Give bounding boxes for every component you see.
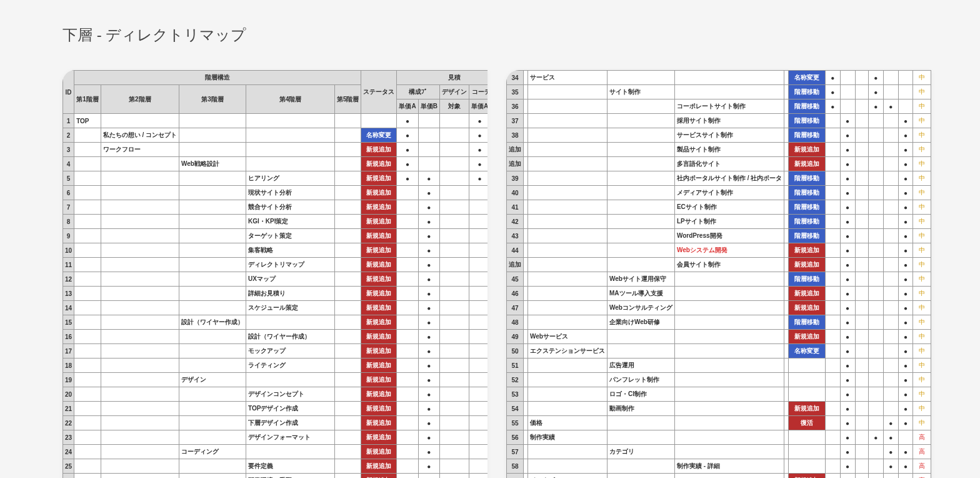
table-row: 19 デザイン 新規追加 ●● 中 [63, 373, 488, 387]
dot-cell [855, 416, 868, 430]
status-cell: 階層移動 [789, 315, 825, 330]
cell-lvl5 [334, 474, 361, 479]
dot-cell [855, 287, 868, 301]
dot-cell: ● [840, 258, 855, 272]
update-cell: 中 [913, 287, 931, 301]
dot-cell: ● [840, 373, 855, 387]
status-cell: 階層移動 [789, 186, 825, 200]
table-row: 38 サービスサイト制作 階層移動 ●● 中 [507, 128, 931, 143]
cell-lvl2 [528, 445, 608, 459]
table-row: 13 詳細お見積り 新規追加 ●● 中 [63, 287, 488, 301]
dot-cell: ● [840, 215, 855, 229]
status-cell: 新規追加 [361, 344, 397, 358]
dot-cell [397, 344, 418, 358]
dot-cell [469, 387, 488, 402]
cell-lvl1 [74, 186, 101, 200]
cell-lvl3 [608, 344, 675, 358]
dot-cell [855, 200, 868, 215]
header-lvl2: 第2階層 [101, 85, 179, 114]
cell-lvl5 [784, 373, 789, 387]
dot-cell [898, 430, 913, 445]
dot-cell: ● [840, 344, 855, 358]
status-cell: 新規追加 [361, 157, 397, 171]
cell-lvl5 [334, 186, 361, 200]
dot-cell: ● [883, 459, 898, 474]
dot-cell [883, 215, 898, 229]
table-row: 5 ヒアリング 新規追加 ●●●● 中 [63, 171, 488, 186]
table-row: 53 ロゴ・CI制作 ●● 中 [507, 387, 931, 402]
dot-cell [868, 171, 883, 186]
cell-lvl2 [528, 143, 608, 157]
dot-cell: ● [898, 474, 913, 479]
row-id: 24 [63, 445, 74, 459]
dot-cell: ● [898, 171, 913, 186]
cell-lvl4 [674, 402, 784, 416]
dot-cell [883, 301, 898, 315]
table-row: 15 設計（ワイヤー作成） 新規追加 ●● 中 [63, 315, 488, 330]
cell-lvl3 [179, 243, 246, 258]
cell-lvl1 [524, 301, 528, 315]
dot-cell [855, 459, 868, 474]
cell-lvl4: ターゲット策定 [246, 229, 335, 243]
cell-lvl5 [784, 186, 789, 200]
cell-lvl4: UXマップ [246, 272, 335, 287]
cell-lvl4: 現状サイト分析 [246, 186, 335, 200]
dot-cell: ● [418, 229, 439, 243]
table-row: 追加 会員サイト制作 新規追加 ●● 中 [507, 258, 931, 272]
dot-cell: ● [840, 272, 855, 287]
dot-cell: ● [418, 474, 439, 479]
status-cell: 新規追加 [361, 358, 397, 373]
status-cell: 新規追加 [361, 416, 397, 430]
cell-lvl5 [334, 330, 361, 344]
dot-cell [825, 287, 840, 301]
table-row: 55 価格 復活 ●●● 中 [507, 416, 931, 430]
dot-cell [868, 344, 883, 358]
dot-cell [883, 171, 898, 186]
cell-lvl3: コーディング [179, 445, 246, 459]
cell-lvl2: エクステンションサービス [528, 344, 608, 358]
dot-cell: ● [883, 430, 898, 445]
cell-lvl2 [101, 215, 179, 229]
cell-lvl4: 集客戦略 [246, 243, 335, 258]
row-id: 25 [63, 459, 74, 474]
dot-cell: ● [898, 287, 913, 301]
cell-lvl1 [524, 200, 528, 215]
cell-lvl3: 広告運用 [608, 358, 675, 373]
dot-cell [883, 315, 898, 330]
dot-cell [883, 85, 898, 99]
table-row: 58 制作実績 - 詳細 ●●● 高 [507, 459, 931, 474]
dot-cell [883, 287, 898, 301]
dot-cell [439, 186, 469, 200]
table-row: 39 社内ポータルサイト制作 / 社内ポータ 階層移動 ●● 中 [507, 171, 931, 186]
dot-cell [855, 387, 868, 402]
table-row: 25 要件定義 新規追加 ●● 中 [63, 459, 488, 474]
dot-cell [883, 243, 898, 258]
cell-lvl5 [784, 71, 789, 85]
dot-cell: ● [840, 330, 855, 344]
cell-lvl5 [784, 387, 789, 402]
dot-cell [439, 128, 469, 143]
update-cell: 中 [913, 330, 931, 344]
cell-lvl4 [674, 272, 784, 287]
cell-lvl1 [524, 416, 528, 430]
dot-cell: ● [840, 402, 855, 416]
table-row: 11 ディレクトリマップ 新規追加 ●● 中 [63, 258, 488, 272]
cell-lvl4 [674, 373, 784, 387]
cell-lvl2 [101, 416, 179, 430]
cell-lvl4 [674, 315, 784, 330]
cell-lvl5 [784, 474, 789, 479]
cell-lvl4: コーポレートサイト制作 [674, 99, 784, 114]
row-id: 5 [63, 171, 74, 186]
cell-lvl4: TOPデザイン作成 [246, 402, 335, 416]
dot-cell [439, 287, 469, 301]
cell-lvl1 [524, 459, 528, 474]
dot-cell [883, 387, 898, 402]
dot-cell: ● [883, 99, 898, 114]
dot-cell [439, 272, 469, 287]
cell-lvl2 [528, 315, 608, 330]
dot-cell: ● [840, 128, 855, 143]
header-design: デザイン [439, 85, 469, 99]
row-id: 48 [507, 315, 524, 330]
table-row: 47 Webコンサルティング 新規追加 ●● 中 [507, 301, 931, 315]
cell-lvl3 [179, 344, 246, 358]
